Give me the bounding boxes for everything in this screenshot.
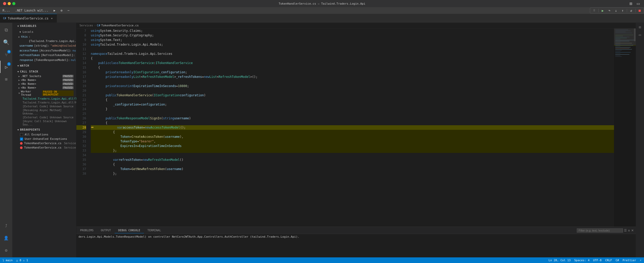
bottom-panel: PROBLEMS OUTPUT DEBUG CONSOLE TERMINAL ☰… (76, 227, 636, 257)
stack-frame-2[interactable]: Tailwind.Traders.Login.Api.dll!NetCor... (12, 101, 76, 104)
code-line-33: }; (91, 148, 614, 153)
continue-button[interactable]: ▶ (600, 8, 606, 13)
code-line-16: private readonly IConfiguration _configu… (91, 70, 614, 75)
panel-filter-area: ☰ ∧ ✕ (575, 228, 636, 233)
stop-button[interactable]: ⏹ (637, 8, 643, 13)
restart-button[interactable]: ↺ (628, 8, 634, 13)
bp-token-28[interactable]: TokenHandlerService.cs Services 28 (12, 141, 76, 145)
var-username[interactable]: username [string]: "admin@tailwindr... (12, 44, 76, 48)
status-language[interactable]: C# (616, 259, 619, 262)
toggle-sidebar-button[interactable]: ▭ (636, 1, 641, 6)
svg-rect-13 (615, 42, 620, 42)
drag-handle[interactable]: ⠿ (591, 8, 597, 13)
code-line-21: public TokenHandlerService(IConfiguratio… (91, 93, 614, 98)
step-out-button[interactable]: ↑ (620, 8, 626, 13)
svg-rect-0 (614, 28, 636, 227)
stack-frame-async[interactable]: [Resuming Async Method] Unknow... (12, 108, 76, 115)
status-branch[interactable]: ⤵ main (3, 259, 13, 262)
svg-rect-7 (615, 36, 623, 36)
thread-net-sockets[interactable]: ▶ .NET Sockets PAUSED (12, 74, 76, 78)
tab-token-handler-service[interactable]: C# TokenHandlerService.cs ✕ (0, 14, 57, 23)
status-formatter[interactable]: Prettier (622, 259, 636, 262)
thread-no-name-1[interactable]: ▶ <No Name> PAUSED (12, 78, 76, 82)
tab-debug-console[interactable]: DEBUG CONSOLE (115, 228, 144, 233)
bp-checkbox-all[interactable] (20, 133, 23, 136)
status-errors[interactable]: △ 0 ⚠ 1 (16, 259, 28, 262)
filter-icon[interactable]: ☰ (624, 229, 627, 232)
var-response[interactable]: response [TokenResponseModel]: null (12, 58, 76, 63)
var-this[interactable]: ▶ this : {Tailwind.Traders.Login.Api.Se.… (12, 35, 76, 44)
svg-rect-26 (615, 54, 629, 55)
bp-all-exceptions[interactable]: All Exceptions (12, 132, 76, 137)
play-button[interactable]: ▶ (51, 8, 58, 13)
breadcrumb-filename[interactable]: TokenHandlerService.cs (101, 24, 139, 27)
source-control-button[interactable]: ⑂ 9 (0, 48, 12, 61)
thread-worker[interactable]: ▼ Worker Thread PAUSED ON BREAKPOINT (12, 90, 76, 97)
run-label[interactable]: R... (0, 8, 13, 13)
tab-label: TokenHandlerService.cs (8, 17, 48, 20)
minimize-button[interactable] (8, 2, 11, 5)
minimap-svg (614, 28, 636, 227)
right-split-button[interactable]: ⊡ (637, 24, 643, 30)
close-panel-button[interactable]: ✕ (631, 229, 634, 232)
stack-frame-external-1[interactable]: [External Code] Unknown Source (12, 104, 76, 108)
bp-token-52[interactable]: TokenHandlerService.cs Services 52 (12, 145, 76, 150)
svg-rect-18 (615, 46, 620, 46)
code-line-22: { (91, 98, 614, 102)
code-line-18 (91, 79, 614, 84)
step-over-button[interactable]: ↷ (606, 8, 612, 13)
right-layout-button[interactable]: ▭ (637, 31, 643, 38)
tab-problems[interactable]: PROBLEMS (76, 228, 97, 233)
debug-button[interactable]: ▷ 1 (0, 61, 12, 73)
variables-label: VARIABLES (20, 24, 36, 28)
watch-header[interactable]: ▼ WATCH (12, 62, 76, 68)
sidebar: ▼ VARIABLES ▼ Locals ▶ this : {Tailwind.… (12, 23, 76, 257)
debug-toolbar: ⠿ ▶ ↷ ↓ ↑ ↺ ⏹ (590, 7, 644, 14)
tab-close-button[interactable]: ✕ (50, 17, 54, 20)
bp-label-user: User-Unhandled Exceptions (25, 137, 67, 141)
watch-arrow: ▼ (17, 65, 19, 67)
tab-terminal[interactable]: TERMINAL (144, 228, 165, 233)
thread-no-name-2[interactable]: ▶ <No Name> PAUSED (12, 82, 76, 86)
settings-button[interactable]: ⚙ (58, 8, 65, 13)
filter-input[interactable] (577, 228, 623, 233)
locals-header[interactable]: ▼ Locals (12, 29, 76, 35)
bp-user-unhandled[interactable]: User-Unhandled Exceptions (12, 137, 76, 141)
bp-checkbox-user[interactable] (20, 138, 23, 141)
tab-output[interactable]: OUTPUT (97, 228, 115, 233)
variables-header[interactable]: ▼ VARIABLES (12, 23, 76, 29)
thread-no-name-3[interactable]: ▶ <No Name> PAUSED (12, 86, 76, 90)
more-button[interactable]: ⋯ (65, 8, 72, 13)
settings-activity-button[interactable]: ⚙ (0, 244, 12, 256)
maximize-button[interactable] (12, 2, 15, 5)
code-editor[interactable]: 7 8 9 10 11 12 13 14 15 16 17 18 19 20 2… (76, 28, 614, 227)
code-content[interactable]: using System.Security.Claims; using Syst… (89, 28, 614, 227)
var-access-token[interactable]: accessToken [AccessTokenModel]: null (12, 48, 76, 53)
status-sync[interactable]: ⚡ (640, 259, 641, 262)
breadcrumb-services[interactable]: Services (80, 24, 93, 27)
status-bar-right: Ln 28, Col 13 Spaces: 4 UTF-8 CRLF C# Pr… (549, 259, 641, 262)
stack-frame-async-call[interactable]: [Async Call Stack] Unknown Sou... (12, 119, 76, 127)
extensions-button[interactable]: ⊞ (0, 73, 12, 85)
split-editor-button[interactable]: ⊞ (628, 1, 633, 6)
var-refresh-token[interactable]: refreshToken [RefreshTokenModel]: nu... (12, 53, 76, 58)
accounts-button[interactable]: 👤 (0, 232, 12, 244)
svg-rect-17 (615, 45, 633, 45)
svg-rect-27 (615, 55, 620, 56)
breadcrumb: Services › C# TokenHandlerService.cs (76, 23, 636, 28)
close-button[interactable] (3, 2, 6, 5)
call-stack-label: CALL STACK (20, 70, 38, 73)
stack-frame-external-2[interactable]: [External Code] Unknown Source (12, 115, 76, 119)
search-button[interactable]: 🔍 (0, 36, 12, 48)
code-line-11 (91, 47, 614, 51)
code-line-27: { (91, 121, 614, 125)
svg-rect-8 (615, 37, 629, 37)
step-into-button[interactable]: ↓ (613, 8, 619, 13)
launch-config[interactable]: .NET Launch wit... (13, 8, 51, 13)
stack-frame-1[interactable]: Tailwind.Traders.Login.Api.dll!Tailwi... (12, 97, 76, 101)
call-stack-header[interactable]: ▼ CALL STACK (12, 68, 76, 74)
remote-button[interactable]: ⤴ (0, 219, 12, 232)
collapse-button[interactable]: ∧ (628, 229, 630, 232)
breakpoints-header[interactable]: ▼ BREAKPOINTS (12, 127, 76, 132)
explorer-button[interactable]: ⧉ (0, 24, 12, 36)
